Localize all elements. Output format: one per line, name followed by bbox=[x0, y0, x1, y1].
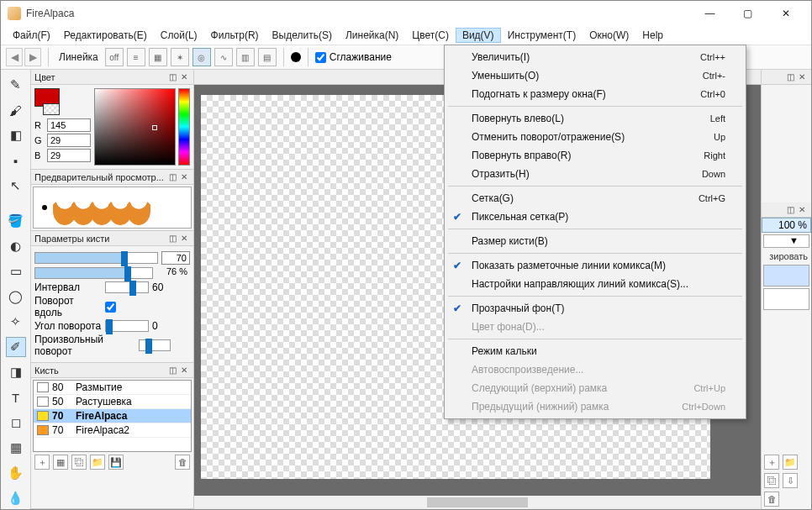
menu-dropdown-item[interactable]: Отменить поворот/отражение(S)Up bbox=[446, 128, 744, 146]
brush-size-slider[interactable] bbox=[34, 252, 158, 264]
b-input[interactable] bbox=[47, 149, 91, 162]
layer-merge-button[interactable]: ⇩ bbox=[783, 473, 798, 488]
smoothing-checkbox[interactable] bbox=[315, 52, 326, 63]
menu-item[interactable]: Help bbox=[635, 28, 670, 43]
nav-forward-button[interactable]: ▶ bbox=[24, 48, 41, 66]
layer-row[interactable] bbox=[763, 288, 809, 310]
menu-item[interactable]: Файл(F) bbox=[6, 28, 57, 43]
menu-dropdown-item[interactable]: Отразить(H)Down bbox=[446, 165, 744, 183]
select-rect-tool[interactable]: ▭ bbox=[6, 261, 26, 281]
panel-undock-icon[interactable]: ◫ bbox=[166, 233, 178, 244]
pencil-tool[interactable]: ✎ bbox=[6, 75, 26, 95]
layer-row[interactable] bbox=[763, 265, 809, 287]
brush-add-button[interactable]: ＋ bbox=[34, 455, 50, 470]
menu-dropdown-item[interactable]: Сетка(G)Ctrl+G bbox=[446, 189, 744, 208]
ruler-parallel-icon[interactable]: ≡ bbox=[127, 48, 145, 66]
menu-dropdown-item[interactable]: Размер кисти(B) bbox=[446, 232, 744, 250]
menu-dropdown-item[interactable]: Подогнать к размеру окна(F)Ctrl+0 bbox=[446, 85, 744, 103]
ruler-vanish-icon[interactable]: ▥ bbox=[236, 48, 255, 66]
g-input[interactable] bbox=[47, 134, 91, 147]
brush-list-item[interactable]: 70FireAlpaca2 bbox=[34, 423, 191, 438]
random-rot-slider[interactable] bbox=[139, 339, 171, 351]
menu-dropdown-item[interactable]: Режим кальки bbox=[446, 342, 744, 360]
menu-item[interactable]: Слой(L) bbox=[154, 28, 204, 43]
ruler-perspective-icon[interactable]: ▤ bbox=[258, 48, 277, 66]
menu-dropdown-item[interactable]: ✔Показать разметочные линии комикса(M) bbox=[446, 256, 744, 275]
brush-list-item[interactable]: 50Растушевка bbox=[34, 395, 191, 409]
horizontal-scrollbar[interactable] bbox=[194, 496, 761, 509]
background-color-swatch[interactable] bbox=[43, 103, 60, 115]
panel-close-icon[interactable]: ✕ bbox=[178, 71, 190, 83]
bucket-tool[interactable]: 🪣 bbox=[6, 211, 26, 231]
panel-undock-icon[interactable]: ◫ bbox=[784, 204, 796, 216]
layer-delete-button[interactable]: 🗑 bbox=[764, 492, 779, 507]
maximize-button[interactable]: ▢ bbox=[729, 2, 767, 25]
r-input[interactable] bbox=[47, 118, 91, 132]
smoothing-toggle[interactable]: Сглаживание bbox=[315, 51, 392, 63]
menu-dropdown-item[interactable]: Уменьшить(O)Ctrl+- bbox=[446, 66, 744, 85]
menu-item[interactable]: Редактировать(E) bbox=[57, 28, 154, 43]
shape-tool[interactable]: ◻ bbox=[6, 413, 26, 433]
nav-back-button[interactable]: ◀ bbox=[6, 48, 23, 66]
menu-dropdown-item[interactable]: Настройки направляющих линий комикса(S).… bbox=[446, 275, 744, 293]
panel-undock-icon[interactable]: ◫ bbox=[784, 71, 796, 83]
menu-item[interactable]: Выделить(S) bbox=[266, 28, 339, 43]
select-lasso-tool[interactable]: ◯ bbox=[6, 287, 26, 307]
interval-slider[interactable] bbox=[105, 281, 149, 293]
brush-save-button[interactable]: 💾 bbox=[108, 455, 124, 470]
menu-item[interactable]: Окно(W) bbox=[583, 28, 635, 43]
panel-undock-icon[interactable]: ◫ bbox=[166, 365, 178, 376]
panel-close-icon[interactable]: ✕ bbox=[178, 365, 190, 376]
menu-dropdown-item[interactable]: Увеличить(I)Ctrl++ bbox=[446, 48, 744, 66]
eraser-tool[interactable]: ◧ bbox=[6, 125, 26, 145]
brush-list-item[interactable]: 80Размытие bbox=[34, 381, 191, 395]
menu-item[interactable]: Инструмент(T) bbox=[501, 28, 583, 43]
zoom-value[interactable]: 100 % bbox=[762, 218, 811, 233]
ruler-off-button[interactable]: off bbox=[105, 48, 124, 66]
menu-item[interactable]: Цвет(C) bbox=[405, 28, 456, 43]
ruler-grid-icon[interactable]: ▦ bbox=[149, 48, 167, 66]
brush-folder-button[interactable]: 📁 bbox=[90, 455, 105, 470]
move-tool[interactable]: ↖ bbox=[6, 176, 26, 196]
menu-dropdown-item[interactable]: ✔Прозрачный фон(T) bbox=[446, 299, 744, 318]
eyedropper-tool[interactable]: 💧 bbox=[6, 488, 26, 508]
rotate-along-checkbox[interactable] bbox=[105, 302, 116, 313]
minimize-button[interactable]: — bbox=[691, 2, 729, 25]
ruler-concentric-icon[interactable]: ◎ bbox=[192, 48, 211, 66]
hand-tool[interactable]: ✋ bbox=[6, 463, 26, 483]
panel-close-icon[interactable]: ✕ bbox=[796, 71, 808, 83]
menu-dropdown-item[interactable]: Повернуть вправо(R)Right bbox=[446, 146, 744, 165]
menu-item[interactable]: Линейка(N) bbox=[339, 28, 405, 43]
dot-tool[interactable]: ▪ bbox=[6, 150, 26, 171]
select-eraser-tool[interactable]: ◨ bbox=[6, 362, 26, 382]
menu-item[interactable]: Фильтр(R) bbox=[204, 28, 266, 43]
layer-list[interactable] bbox=[762, 263, 811, 452]
rotation-slider[interactable] bbox=[105, 320, 149, 332]
color-sv-picker[interactable] bbox=[94, 88, 176, 166]
close-button[interactable]: ✕ bbox=[767, 2, 804, 25]
brush-tool[interactable]: 🖌 bbox=[6, 100, 26, 120]
brush-size-value[interactable] bbox=[161, 251, 190, 265]
frame-tool[interactable]: ▦ bbox=[6, 438, 26, 458]
brush-duplicate-button[interactable]: ⿻ bbox=[71, 455, 87, 470]
menu-dropdown-item[interactable]: Повернуть влево(L)Left bbox=[446, 109, 744, 128]
panel-close-icon[interactable]: ✕ bbox=[178, 233, 190, 244]
text-tool[interactable]: T bbox=[6, 387, 26, 407]
panel-undock-icon[interactable]: ◫ bbox=[166, 171, 178, 183]
brush-opacity-slider[interactable] bbox=[34, 267, 153, 279]
brush-add-img-button[interactable]: ▦ bbox=[53, 455, 68, 470]
brush-list-item[interactable]: 70FireAlpaca bbox=[34, 409, 191, 423]
panel-close-icon[interactable]: ✕ bbox=[178, 171, 190, 183]
brush-delete-button[interactable]: 🗑 bbox=[175, 455, 190, 470]
layer-folder-button[interactable]: 📁 bbox=[783, 455, 798, 470]
ruler-curve-icon[interactable]: ∿ bbox=[214, 48, 233, 66]
layer-duplicate-button[interactable]: ⿻ bbox=[764, 473, 779, 488]
panel-close-icon[interactable]: ✕ bbox=[796, 204, 808, 216]
select-pen-tool[interactable]: ✐ bbox=[6, 337, 26, 357]
gradient-tool[interactable]: ◐ bbox=[6, 236, 26, 256]
brush-list[interactable]: 80Размытие50Растушевка70FireAlpaca70Fire… bbox=[33, 380, 192, 452]
dropdown-unknown[interactable]: ▼ bbox=[763, 234, 809, 248]
panel-undock-icon[interactable]: ◫ bbox=[166, 71, 178, 83]
layer-add-button[interactable]: ＋ bbox=[764, 455, 779, 470]
magic-wand-tool[interactable]: ✧ bbox=[6, 312, 26, 332]
